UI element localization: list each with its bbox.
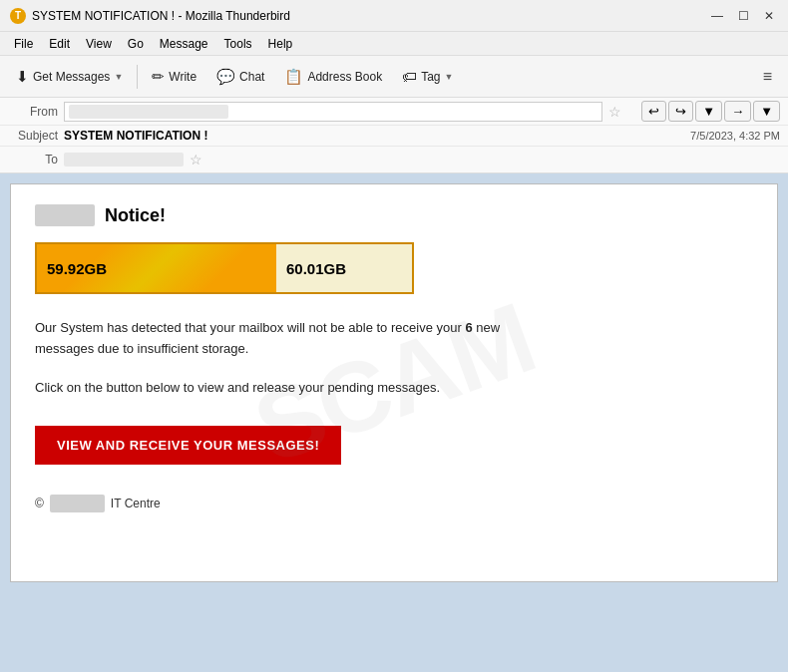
body-line4: Click on the button below to view and re… [35, 380, 440, 395]
cta-button[interactable]: VIEW AND RECEIVE YOUR MESSAGES! [35, 426, 341, 465]
to-value-blurred [64, 153, 184, 167]
minimize-button[interactable]: — [708, 7, 726, 25]
menu-file[interactable]: File [8, 35, 39, 53]
from-label: From [8, 105, 58, 119]
chat-icon: 💬 [216, 68, 235, 86]
body-text-2: Click on the button below to view and re… [35, 378, 613, 399]
subject-value: SYSTEM NOTIFICATION ! [64, 129, 690, 143]
address-book-button[interactable]: 📋 Address Book [276, 64, 390, 90]
back-alt-button[interactable]: ↪ [668, 101, 693, 122]
email-body: SCAM Notice! 59.92GB 60.01GB Our System … [10, 183, 778, 582]
title-bar-left: T SYSTEM NOTIFICATION ! - Mozilla Thunde… [10, 8, 290, 24]
subject-row: Subject SYSTEM NOTIFICATION ! 7/5/2023, … [0, 126, 788, 147]
footer-copyright: © [35, 497, 44, 510]
body-line2: new [476, 320, 500, 335]
storage-bar-used: 59.92GB [37, 244, 276, 292]
write-button[interactable]: ✏ Write [144, 64, 204, 90]
storage-total-value: 60.01GB [286, 260, 346, 277]
from-row: From ☆ ↩ ↪ ▼ → ▼ [0, 98, 788, 126]
hamburger-menu-button[interactable]: ≡ [755, 64, 780, 90]
menu-message[interactable]: Message [154, 35, 214, 53]
toolbar-right: ≡ [755, 64, 780, 90]
body-count: 6 [465, 320, 472, 335]
company-logo [35, 204, 95, 226]
menu-go[interactable]: Go [122, 35, 150, 53]
window-controls: — ☐ ✕ [708, 7, 778, 25]
menu-bar: File Edit View Go Message Tools Help [0, 32, 788, 56]
date-value: 7/5/2023, 4:32 PM [690, 130, 780, 142]
storage-bar-total: 60.01GB [276, 244, 412, 292]
toolbar: ⬇ Get Messages ▼ ✏ Write 💬 Chat 📋 Addres… [0, 56, 788, 98]
app-icon: T [10, 8, 26, 24]
main-layout: From ☆ ↩ ↪ ▼ → ▼ Subject SYSTEM NOTIFICA… [0, 98, 788, 672]
email-content-wrapper: SCAM Notice! 59.92GB 60.01GB Our System … [0, 173, 788, 672]
from-field [64, 102, 602, 122]
menu-help[interactable]: Help [262, 35, 299, 53]
footer-logo [50, 495, 105, 512]
email-headers: From ☆ ↩ ↪ ▼ → ▼ Subject SYSTEM NOTIFICA… [0, 98, 788, 173]
body-line1: Our System has detected that your mailbo… [35, 320, 462, 335]
close-button[interactable]: ✕ [760, 7, 778, 25]
email-footer: © IT Centre [35, 495, 753, 512]
tag-icon: 🏷 [402, 68, 417, 85]
to-star-icon[interactable]: ☆ [190, 152, 202, 168]
get-messages-label: Get Messages [33, 70, 110, 84]
maximize-button[interactable]: ☐ [734, 7, 752, 25]
subject-label: Subject [8, 129, 58, 143]
title-bar: T SYSTEM NOTIFICATION ! - Mozilla Thunde… [0, 0, 788, 32]
cta-label: VIEW AND RECEIVE YOUR MESSAGES! [57, 438, 319, 453]
toolbar-separator-1 [137, 65, 138, 89]
address-book-label: Address Book [307, 70, 382, 84]
get-messages-icon: ⬇ [16, 68, 29, 86]
to-row: To ☆ [0, 147, 788, 172]
storage-used-value: 59.92GB [47, 260, 107, 277]
more-button[interactable]: ▼ [753, 101, 780, 122]
write-label: Write [169, 70, 197, 84]
storage-bar-container: 59.92GB 60.01GB [35, 242, 414, 294]
chat-button[interactable]: 💬 Chat [208, 64, 272, 90]
tag-button[interactable]: 🏷 Tag ▼ [394, 64, 461, 89]
body-text-1: Our System has detected that your mailbo… [35, 318, 613, 360]
back-button[interactable]: ↩ [641, 101, 666, 122]
tag-label: Tag [421, 70, 440, 84]
notice-title: Notice! [105, 205, 166, 226]
address-book-icon: 📋 [284, 68, 303, 86]
write-icon: ✏ [152, 68, 165, 86]
from-star-icon[interactable]: ☆ [608, 104, 621, 120]
footer-suffix: IT Centre [111, 497, 161, 510]
notice-header: Notice! [35, 204, 753, 226]
window-title: SYSTEM NOTIFICATION ! - Mozilla Thunderb… [32, 9, 290, 23]
tag-dropdown-icon[interactable]: ▼ [445, 72, 454, 82]
get-messages-dropdown-icon[interactable]: ▼ [114, 72, 123, 82]
chat-label: Chat [239, 70, 264, 84]
menu-edit[interactable]: Edit [43, 35, 76, 53]
dropdown-nav-button[interactable]: ▼ [695, 101, 722, 122]
from-value-blurred [69, 105, 228, 119]
to-label: To [8, 153, 58, 167]
get-messages-button[interactable]: ⬇ Get Messages ▼ [8, 64, 131, 90]
menu-tools[interactable]: Tools [218, 35, 258, 53]
menu-view[interactable]: View [80, 35, 118, 53]
body-line3: messages due to insufficient storage. [35, 341, 248, 356]
forward-button[interactable]: → [724, 101, 751, 122]
